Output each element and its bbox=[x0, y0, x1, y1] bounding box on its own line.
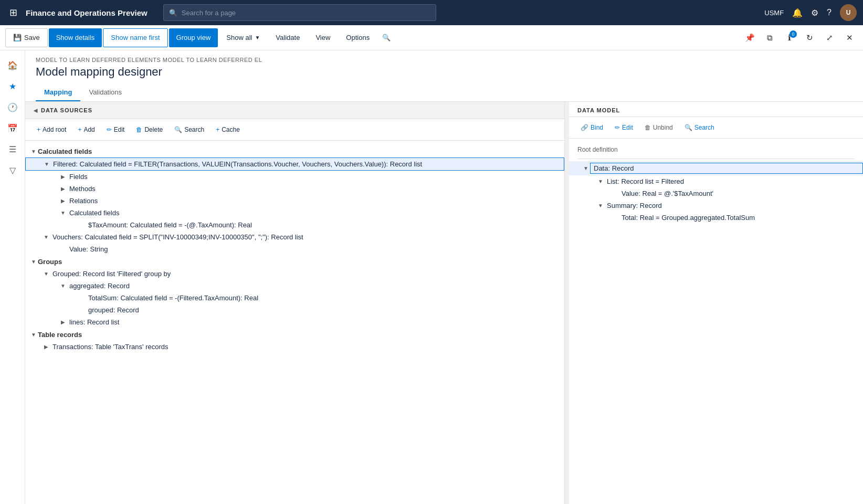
options-button[interactable]: Options bbox=[339, 28, 377, 47]
totalsum-node[interactable]: ▶ TotalSum: Calculated field = -(Filtere… bbox=[25, 292, 564, 304]
lines-node[interactable]: ▶ lines: Record list bbox=[25, 316, 564, 328]
toolbar-right-icons: 📌 ⧉ ℹ 0 ↻ ⤢ ✕ bbox=[741, 29, 858, 46]
grouped-text: Grouped: Record list 'Filtered' group by bbox=[50, 269, 564, 278]
delete-label: Delete bbox=[144, 126, 163, 133]
sidebar-item-clock[interactable]: 🕐 bbox=[3, 98, 22, 117]
page-header: MODEL TO LEARN DEFERRED ELEMENTS MODEL T… bbox=[25, 50, 863, 102]
category-groups[interactable]: ▼ Groups bbox=[25, 255, 564, 268]
totalsum-text: TotalSum: Calculated field = -(Filtered.… bbox=[86, 293, 564, 302]
search-button[interactable]: 🔍 Search bbox=[169, 122, 209, 137]
delete-button[interactable]: 🗑 Delete bbox=[131, 122, 168, 137]
detach-icon[interactable]: ⧉ bbox=[761, 29, 778, 46]
fields-toggle-icon: ▶ bbox=[59, 173, 67, 181]
sidebar-item-calendar[interactable]: 📅 bbox=[3, 119, 22, 138]
global-search-box[interactable]: 🔍 bbox=[163, 4, 436, 21]
root-def-separator bbox=[577, 159, 855, 159]
left-sidebar: 🏠 ★ 🕐 📅 ☰ ▽ bbox=[0, 50, 25, 504]
taxamount-node[interactable]: ▶ $TaxAmount: Calculated field = -(@.Tax… bbox=[25, 219, 564, 231]
show-all-button[interactable]: Show all ▼ bbox=[219, 28, 267, 47]
dm-data-record-node[interactable]: ▼ Data: Record bbox=[569, 161, 863, 175]
fields-node[interactable]: ▶ Fields bbox=[25, 171, 564, 183]
relations-node[interactable]: ▶ Relations bbox=[25, 195, 564, 207]
methods-toggle-icon: ▶ bbox=[59, 185, 67, 193]
edit-button[interactable]: ✏ Edit bbox=[101, 122, 130, 137]
dm-search-icon: 🔍 bbox=[685, 124, 692, 131]
dm-data-toggle-icon: ▼ bbox=[582, 164, 590, 173]
add-button[interactable]: + Add bbox=[72, 122, 100, 137]
settings-icon[interactable]: ⚙ bbox=[811, 8, 818, 18]
view-button[interactable]: View bbox=[308, 28, 338, 47]
filtered-node[interactable]: ▼ Filtered: Calculated field = FILTER(Tr… bbox=[25, 158, 564, 171]
validate-button[interactable]: Validate bbox=[268, 28, 307, 47]
search-input[interactable] bbox=[182, 9, 430, 17]
breadcrumb: MODEL TO LEARN DEFERRED ELEMENTS MODEL T… bbox=[36, 57, 853, 63]
calc-fields-sub-node[interactable]: ▼ Calculated fields bbox=[25, 207, 564, 219]
grouped-record-node[interactable]: ▶ grouped: Record bbox=[25, 304, 564, 316]
dm-value-real-node[interactable]: ▶ Value: Real = @.'$TaxAmount' bbox=[569, 187, 863, 200]
show-all-label: Show all bbox=[226, 34, 252, 41]
dm-summary-node[interactable]: ▼ Summary: Record bbox=[569, 200, 863, 212]
refresh-icon[interactable]: ↻ bbox=[801, 29, 818, 46]
delete-icon: 🗑 bbox=[136, 126, 142, 133]
add-root-button[interactable]: + Add root bbox=[31, 122, 71, 137]
tab-mapping[interactable]: Mapping bbox=[36, 84, 80, 101]
sidebar-item-list[interactable]: ☰ bbox=[3, 140, 22, 159]
category-toggle-icon: ▼ bbox=[29, 147, 38, 155]
group-view-label: Group view bbox=[176, 34, 211, 41]
options-label: Options bbox=[346, 34, 370, 41]
bind-button[interactable]: 🔗 Bind bbox=[575, 120, 608, 135]
grouped-node[interactable]: ▼ Grouped: Record list 'Filtered' group … bbox=[25, 268, 564, 280]
category-calculated-fields[interactable]: ▼ Calculated fields bbox=[25, 145, 564, 158]
show-name-first-label: Show name first bbox=[111, 34, 160, 41]
grid-menu-icon[interactable]: ⊞ bbox=[6, 4, 20, 22]
dm-total-node[interactable]: ▶ Total: Real = Grouped.aggregated.Total… bbox=[569, 212, 863, 224]
cache-button[interactable]: + Cache bbox=[211, 122, 245, 137]
panel-separator[interactable] bbox=[565, 102, 569, 504]
lines-toggle-icon: ▶ bbox=[59, 318, 67, 327]
sidebar-item-home[interactable]: 🏠 bbox=[3, 56, 22, 75]
sidebar-item-filter[interactable]: ▽ bbox=[3, 161, 22, 180]
aggregated-node[interactable]: ▼ aggregated: Record bbox=[25, 280, 564, 292]
expand-icon[interactable]: ⤢ bbox=[821, 29, 838, 46]
methods-node[interactable]: ▶ Methods bbox=[25, 183, 564, 195]
data-sources-panel: ◂ DATA SOURCES + Add root + Add ✏ E bbox=[25, 102, 565, 504]
add-root-label: Add root bbox=[43, 126, 66, 133]
value-string-node[interactable]: ▶ Value: String bbox=[25, 243, 564, 255]
dm-list-node[interactable]: ▼ List: Record list = Filtered bbox=[569, 175, 863, 187]
category-table-records[interactable]: ▼ Table records bbox=[25, 328, 564, 341]
pin-icon[interactable]: 📌 bbox=[741, 29, 758, 46]
tab-validations[interactable]: Validations bbox=[80, 84, 130, 101]
table-records-label: Table records bbox=[38, 331, 82, 339]
transactions-node[interactable]: ▶ Transactions: Table 'TaxTrans' records bbox=[25, 341, 564, 353]
aggregated-text: aggregated: Record bbox=[67, 281, 564, 290]
top-nav-right: USMF 🔔 ⚙ ? U bbox=[764, 4, 857, 21]
badge-button[interactable]: ℹ 0 bbox=[781, 29, 798, 46]
show-details-button[interactable]: Show details bbox=[49, 28, 102, 47]
search-toggle-button[interactable]: 🔍 bbox=[378, 28, 395, 47]
collapse-icon[interactable]: ◂ bbox=[34, 106, 38, 114]
badge-count: 0 bbox=[790, 30, 797, 38]
transactions-text: Transactions: Table 'TaxTrans' records bbox=[50, 342, 564, 351]
vouchers-node[interactable]: ▼ Vouchers: Calculated field = SPLIT("IN… bbox=[25, 231, 564, 243]
save-button[interactable]: 💾 Save bbox=[5, 28, 48, 47]
avatar[interactable]: U bbox=[840, 4, 857, 21]
validate-label: Validate bbox=[276, 34, 300, 41]
relations-toggle-icon: ▶ bbox=[59, 197, 67, 205]
help-icon[interactable]: ? bbox=[827, 8, 832, 17]
bind-label: Bind bbox=[591, 124, 603, 131]
table-toggle-icon: ▼ bbox=[29, 330, 38, 339]
dm-summary-toggle-icon: ▼ bbox=[596, 202, 605, 210]
group-view-button[interactable]: Group view bbox=[169, 28, 218, 47]
close-icon[interactable]: ✕ bbox=[841, 29, 858, 46]
dm-list-toggle-icon: ▼ bbox=[596, 177, 605, 186]
sidebar-item-star[interactable]: ★ bbox=[3, 77, 22, 96]
notification-icon[interactable]: 🔔 bbox=[792, 8, 803, 18]
show-details-label: Show details bbox=[56, 34, 95, 41]
unbind-button[interactable]: 🗑 Unbind bbox=[639, 120, 678, 135]
relations-text: Relations bbox=[67, 196, 564, 205]
add-label: Add bbox=[83, 126, 94, 133]
dm-edit-button[interactable]: ✏ Edit bbox=[609, 120, 638, 135]
dm-value-text: Value: Real = @.'$TaxAmount' bbox=[619, 189, 863, 198]
dm-search-button[interactable]: 🔍 Search bbox=[679, 120, 720, 135]
show-name-first-button[interactable]: Show name first bbox=[103, 28, 167, 47]
